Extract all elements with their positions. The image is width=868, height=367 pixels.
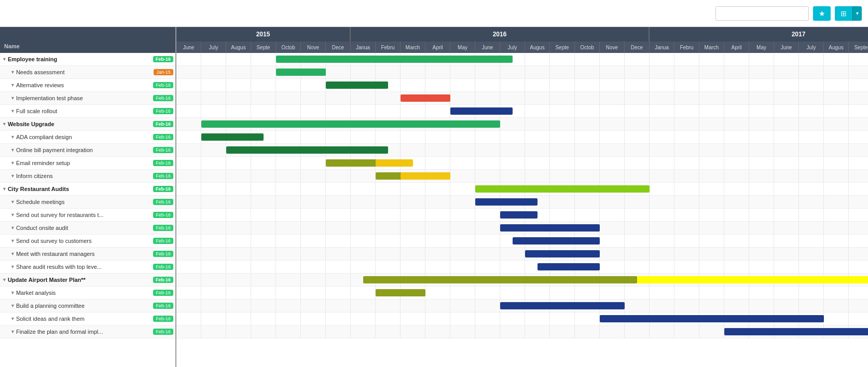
chart-row-5 [176,105,868,118]
left-row-5[interactable]: ▼ Full scale rolloutFeb-16 [0,105,175,118]
left-row-3[interactable]: ▼ Alternative reviewsFeb-16 [0,79,175,92]
left-row-9[interactable]: ▼ Email reminder setupFeb-16 [0,157,175,170]
month-cell-1: July [201,42,226,53]
badge-14: Feb-16 [153,225,173,231]
chevron-icon-16: ▼ [10,251,15,256]
badge-20: Feb-16 [153,303,173,309]
badge-1: Feb-16 [153,56,173,62]
chart-rows [176,53,868,338]
badge-19: Feb-16 [153,290,173,296]
view-dropdown-button[interactable]: ▾ [852,6,862,21]
row-label-10: Inform citizens [16,173,120,179]
month-cell-24: June [774,42,799,53]
chart-row-1 [176,53,868,66]
chart-row-11 [176,183,868,196]
grid-view-button[interactable]: ⊞ [835,6,852,21]
chart-row-16 [176,248,868,261]
left-row-10[interactable]: ▼ Inform citizensFeb-16 [0,170,175,183]
row-label-6: Website Upgrade [8,121,112,127]
badge-8: Feb-16 [153,147,173,153]
view-toggle: ⊞ ▾ [835,6,862,21]
badge-11: Feb-16 [153,186,173,192]
badge-15: Feb-16 [153,238,173,244]
row-label-18: Update Airport Master Plan** [8,277,112,283]
left-row-16[interactable]: ▼ Meet with restaurant managersFeb-16 [0,248,175,261]
row-label-7: ADA compliant design [16,134,120,140]
month-cell-21: March [699,42,724,53]
row-label-16: Meet with restaurant managers [16,251,120,257]
left-row-19[interactable]: ▼ Market analysisFeb-16 [0,287,175,300]
chart-row-13 [176,209,868,222]
chart-row-15 [176,235,868,248]
badge-9: Feb-16 [153,160,173,166]
search-input[interactable] [715,6,809,21]
left-row-14[interactable]: ▼ Conduct onsite auditFeb-16 [0,222,175,235]
chart-row-2 [176,66,868,79]
month-cell-22: April [724,42,749,53]
month-cell-16: Octob [575,42,600,53]
chart-row-20 [176,300,868,312]
month-cell-12: June [475,42,500,53]
bar-18 [363,276,637,283]
bar-7 [201,133,264,141]
left-row-11[interactable]: ▼ City Restaurant AuditsFeb-16 [0,183,175,196]
row-label-22: Finalize the plan and formal impl... [16,329,120,335]
row-label-14: Conduct onsite audit [16,225,120,231]
row-label-3: Alternative reviews [16,82,120,88]
left-row-21[interactable]: ▼ Solicit ideas and rank themFeb-16 [0,312,175,325]
chevron-icon-3: ▼ [10,83,15,88]
month-cell-4: Octob [276,42,301,53]
badge-21: Feb-16 [153,316,173,322]
chart-row-10 [176,170,868,183]
row-label-8: Online bill payment integration [16,147,120,153]
bar-6 [201,120,500,128]
bar-18 [637,276,868,283]
month-cell-27: Septe [849,42,868,53]
left-row-17[interactable]: ▼ Share audit results with top leve...Fe… [0,261,175,274]
left-row-2[interactable]: ▼ Needs assessmentJan-15 [0,66,175,79]
bar-8 [226,146,388,154]
month-cell-15: Septe [550,42,575,53]
chart-row-4 [176,92,868,105]
left-row-20[interactable]: ▼ Build a planning committeeFeb-16 [0,300,175,312]
left-row-13[interactable]: ▼ Send out survey for restaurants t...Fe… [0,209,175,222]
month-cell-5: Nove [301,42,326,53]
bar-22 [724,328,868,335]
chevron-icon-19: ▼ [10,290,15,295]
left-row-8[interactable]: ▼ Online bill payment integrationFeb-16 [0,144,175,157]
row-label-12: Schedule meetings [16,199,120,205]
left-row-22[interactable]: ▼ Finalize the plan and formal impl...Fe… [0,325,175,338]
badge-3: Feb-16 [153,82,173,88]
chevron-icon-15: ▼ [10,238,15,243]
row-label-4: Implementation test phase [16,95,120,101]
chart-row-19 [176,287,868,300]
gantt-container: Name ▼ Employee trainingFeb-16▼ Needs as… [0,27,868,367]
left-row-12[interactable]: ▼ Schedule meetingsFeb-16 [0,196,175,209]
row-label-9: Email reminder setup [16,160,120,166]
left-row-7[interactable]: ▼ ADA compliant designFeb-16 [0,131,175,144]
left-row-18[interactable]: ▼ Update Airport Master Plan**Feb-16 [0,274,175,287]
month-cell-6: Dece [326,42,351,53]
chart-row-18 [176,274,868,287]
bar-11 [475,185,650,193]
month-cell-26: Augus [824,42,849,53]
badge-22: Feb-16 [153,329,173,335]
app-header: ★ ⊞ ▾ [0,0,868,27]
month-cell-7: Janua [351,42,376,53]
left-row-4[interactable]: ▼ Implementation test phaseFeb-16 [0,92,175,105]
star-button[interactable]: ★ [813,6,831,21]
left-row-15[interactable]: ▼ Send out survey to customersFeb-16 [0,235,175,248]
row-label-19: Market analysis [16,290,120,296]
name-column-header: Name [0,27,175,53]
row-label-1: Employee training [8,56,112,62]
left-row-1[interactable]: ▼ Employee trainingFeb-16 [0,53,175,66]
month-cell-0: June [176,42,201,53]
chevron-icon-7: ▼ [10,134,15,140]
row-label-13: Send out survey for restaurants t... [16,212,120,218]
left-rows: ▼ Employee trainingFeb-16▼ Needs assessm… [0,53,175,338]
month-cell-23: May [749,42,774,53]
left-row-6[interactable]: ▼ Website UpgradeFeb-16 [0,118,175,131]
left-panel: Name ▼ Employee trainingFeb-16▼ Needs as… [0,27,176,367]
chevron-icon-2: ▼ [10,70,15,75]
row-label-15: Send out survey to customers [16,238,120,244]
